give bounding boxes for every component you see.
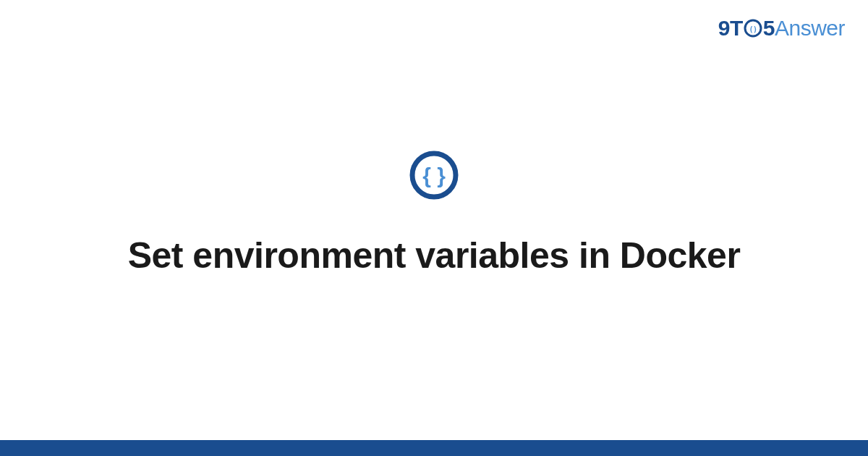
main-content: { } Set environment variables in Docker xyxy=(0,0,868,456)
page-title: Set environment variables in Docker xyxy=(128,233,741,279)
svg-text:{ }: { } xyxy=(422,164,446,187)
braces-circle-icon: { } xyxy=(408,149,460,204)
footer-bar xyxy=(0,440,868,456)
